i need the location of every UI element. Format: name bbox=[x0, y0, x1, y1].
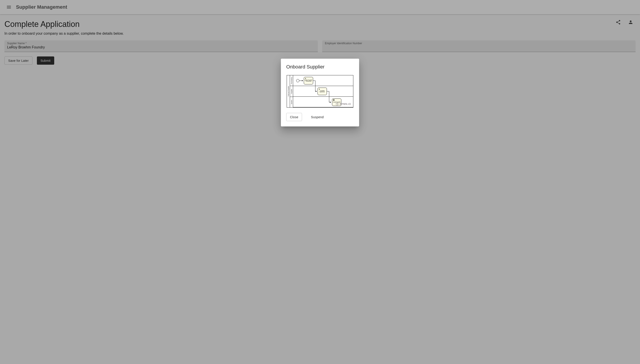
suspend-button[interactable]: Suspend bbox=[307, 113, 327, 121]
service-task-icon bbox=[333, 99, 335, 101]
close-button[interactable]: Close bbox=[286, 113, 302, 121]
bpmn-io-logo: BPMN.iO bbox=[336, 102, 351, 106]
modal-scrim[interactable] bbox=[0, 0, 640, 364]
lane-label-purchasing: Purchasing bbox=[290, 75, 293, 86]
lane-body-1 bbox=[293, 75, 353, 86]
bpmn-io-icon bbox=[336, 102, 339, 106]
lane-label-supplier: Supplier bbox=[290, 86, 293, 97]
lane-label-text: System bbox=[291, 100, 292, 104]
task-label: Initiate Supplier Onboarding bbox=[304, 80, 312, 82]
dialog-actions: Close Suspend bbox=[286, 113, 354, 121]
lane-label-system: System bbox=[290, 97, 293, 107]
user-task-icon bbox=[305, 78, 306, 79]
dialog-title: Onboard Supplier bbox=[286, 64, 354, 70]
lane-body-3 bbox=[293, 97, 353, 107]
task-complete-application: Complete Application bbox=[318, 88, 327, 95]
lane-label-text: Purchasing bbox=[291, 77, 292, 84]
pool-label: Onboard Supplier bbox=[287, 75, 290, 107]
task-initiate-onboarding: Initiate Supplier Onboarding bbox=[304, 77, 313, 84]
start-event bbox=[296, 79, 299, 82]
lane-bodies: Initiate Supplier Onboarding Complete Ap… bbox=[293, 75, 353, 107]
pool-label-text: Onboard Supplier bbox=[288, 86, 289, 96]
bpmn-io-text: BPMN.iO bbox=[340, 103, 351, 105]
user-task-icon bbox=[318, 88, 320, 90]
lane-label-text: Supplier bbox=[291, 89, 292, 94]
onboard-supplier-dialog: Onboard Supplier Onboard Supplier Purcha… bbox=[281, 59, 359, 126]
bpmn-diagram: Onboard Supplier Purchasing Supplier Sys… bbox=[287, 75, 353, 108]
task-label: Complete Application bbox=[318, 90, 326, 93]
